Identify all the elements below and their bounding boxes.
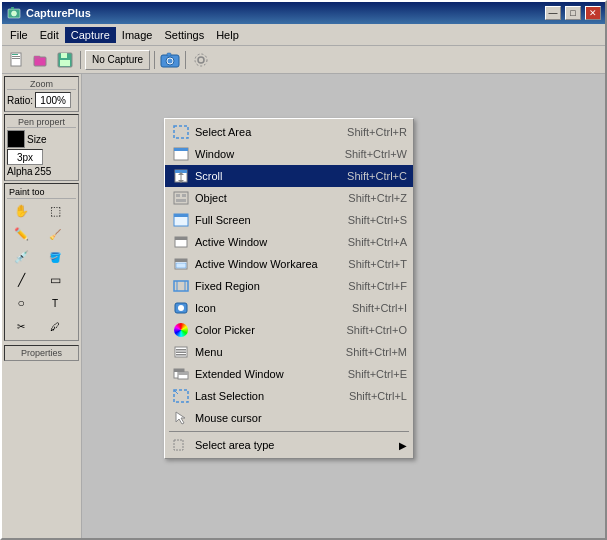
mouse-cursor-label: Mouse cursor xyxy=(195,412,407,424)
open-button[interactable] xyxy=(30,49,52,71)
svg-rect-8 xyxy=(34,56,40,58)
svg-rect-4 xyxy=(12,54,18,55)
paint-label: Paint too xyxy=(7,186,76,199)
svg-rect-29 xyxy=(176,199,186,202)
menu-edit[interactable]: Edit xyxy=(34,27,65,43)
line-tool[interactable]: ╱ xyxy=(8,269,34,291)
sidebar: Zoom Ratio: Pen propert Size Alpha xyxy=(2,74,82,538)
menu-separator xyxy=(169,431,409,432)
color-swatch[interactable] xyxy=(7,130,25,148)
minimize-button[interactable]: — xyxy=(545,6,561,20)
svg-point-14 xyxy=(168,58,173,63)
tool-grid: ✋ ⬚ ✏️ 🧹 💉 🪣 ╱ ▭ ○ T ✂ 🖊 xyxy=(7,199,76,338)
hand-tool[interactable]: ✋ xyxy=(8,200,34,222)
rect-tool[interactable]: ▭ xyxy=(42,269,68,291)
menu-capture[interactable]: Capture xyxy=(65,27,116,43)
px-input[interactable] xyxy=(7,149,43,165)
fill-tool[interactable]: 🪣 xyxy=(42,246,68,268)
svg-rect-26 xyxy=(174,192,188,204)
capture-dropdown: Select Area Shift+Ctrl+R Window Shift+Ct… xyxy=(164,118,414,459)
last-selection-label: Last Selection xyxy=(195,390,349,402)
menu-select-area-type[interactable]: Select area type ▶ xyxy=(165,434,413,456)
app-icon xyxy=(6,5,22,21)
object-shortcut: Shift+Ctrl+Z xyxy=(348,192,407,204)
menu-menu[interactable]: Menu Shift+Ctrl+M xyxy=(165,341,413,363)
px-row xyxy=(7,149,76,165)
menu-object[interactable]: Object Shift+Ctrl+Z xyxy=(165,187,413,209)
window-icon xyxy=(171,146,191,162)
svg-rect-44 xyxy=(176,352,186,354)
ratio-row: Ratio: xyxy=(7,92,76,108)
no-capture-button[interactable]: No Capture xyxy=(85,50,150,70)
workarea-shortcut: Shift+Ctrl+T xyxy=(348,258,407,270)
highlight-tool[interactable]: 🖊 xyxy=(42,315,68,337)
svg-rect-43 xyxy=(176,349,186,351)
ratio-input[interactable] xyxy=(35,92,71,108)
pencil-tool[interactable]: ✏️ xyxy=(8,223,34,245)
svg-rect-31 xyxy=(174,214,188,217)
active-window-label: Active Window xyxy=(195,236,348,248)
menu-window[interactable]: Window Shift+Ctrl+W xyxy=(165,143,413,165)
select-tool[interactable]: ⬚ xyxy=(42,200,68,222)
crop-tool[interactable]: ✂ xyxy=(8,315,34,337)
close-button[interactable]: ✕ xyxy=(585,6,601,20)
save-button[interactable] xyxy=(54,49,76,71)
menu-settings[interactable]: Settings xyxy=(158,27,210,43)
svg-rect-27 xyxy=(176,194,180,197)
menu-mouse-cursor[interactable]: Mouse cursor xyxy=(165,407,413,429)
menu-shortcut: Shift+Ctrl+M xyxy=(346,346,407,358)
menu-scroll[interactable]: Scroll Shift+Ctrl+C xyxy=(165,165,413,187)
svg-rect-33 xyxy=(175,237,187,240)
active-window-icon xyxy=(171,234,191,250)
last-selection-shortcut: Shift+Ctrl+L xyxy=(349,390,407,402)
svg-rect-35 xyxy=(175,259,187,262)
capture-icon-button[interactable] xyxy=(159,49,181,71)
ellipse-tool[interactable]: ○ xyxy=(8,292,34,314)
select-area-shortcut: Shift+Ctrl+R xyxy=(347,126,407,138)
zoom-section: Zoom Ratio: xyxy=(4,76,79,112)
menu-help[interactable]: Help xyxy=(210,27,245,43)
menu-label: Menu xyxy=(195,346,346,358)
menu-icon[interactable]: Icon Shift+Ctrl+I xyxy=(165,297,413,319)
icon-icon xyxy=(171,300,191,316)
maximize-button[interactable]: □ xyxy=(565,6,581,20)
svg-rect-5 xyxy=(12,56,20,57)
text-tool[interactable]: T xyxy=(42,292,68,314)
menu-image[interactable]: Image xyxy=(116,27,159,43)
window-shortcut: Shift+Ctrl+W xyxy=(345,148,407,160)
menu-file[interactable]: File xyxy=(4,27,34,43)
svg-point-1 xyxy=(12,11,17,16)
fixed-region-shortcut: Shift+Ctrl+F xyxy=(348,280,407,292)
zoom-label: Zoom xyxy=(7,79,76,90)
menu-active-window-workarea[interactable]: Active Window Workarea Shift+Ctrl+T xyxy=(165,253,413,275)
object-label: Object xyxy=(195,192,348,204)
menu-extended-window[interactable]: Extended Window Shift+Ctrl+E xyxy=(165,363,413,385)
new-button[interactable] xyxy=(6,49,28,71)
svg-rect-2 xyxy=(11,7,14,9)
extended-window-label: Extended Window xyxy=(195,368,348,380)
paint-section: Paint too ✋ ⬚ ✏️ 🧹 💉 🪣 ╱ ▭ ○ T ✂ 🖊 xyxy=(4,183,79,341)
settings-icon-button[interactable] xyxy=(190,49,212,71)
submenu-arrow: ▶ xyxy=(399,440,407,451)
main-window: CapturePlus — □ ✕ File Edit Capture Imag… xyxy=(0,0,607,540)
svg-rect-49 xyxy=(178,372,188,375)
svg-rect-7 xyxy=(34,57,46,66)
full-screen-label: Full Screen xyxy=(195,214,348,226)
menu-color-picker[interactable]: Color Picker Shift+Ctrl+O xyxy=(165,319,413,341)
svg-rect-18 xyxy=(174,126,188,138)
select-area-icon xyxy=(171,124,191,140)
menu-fixed-region[interactable]: Fixed Region Shift+Ctrl+F xyxy=(165,275,413,297)
menu-last-selection[interactable]: Last Selection Shift+Ctrl+L xyxy=(165,385,413,407)
eraser-tool[interactable]: 🧹 xyxy=(42,223,68,245)
area-type-icon xyxy=(171,437,191,453)
svg-rect-45 xyxy=(176,354,186,356)
menu-select-area[interactable]: Select Area Shift+Ctrl+R xyxy=(165,121,413,143)
scroll-shortcut: Shift+Ctrl+C xyxy=(347,170,407,182)
svg-rect-53 xyxy=(174,440,183,450)
area-type-label: Select area type xyxy=(195,439,395,451)
color-picker-label: Color Picker xyxy=(195,324,346,336)
menu-active-window[interactable]: Active Window Shift+Ctrl+A xyxy=(165,231,413,253)
svg-marker-52 xyxy=(176,412,185,424)
menu-full-screen[interactable]: Full Screen Shift+Ctrl+S xyxy=(165,209,413,231)
eyedropper-tool[interactable]: 💉 xyxy=(8,246,34,268)
